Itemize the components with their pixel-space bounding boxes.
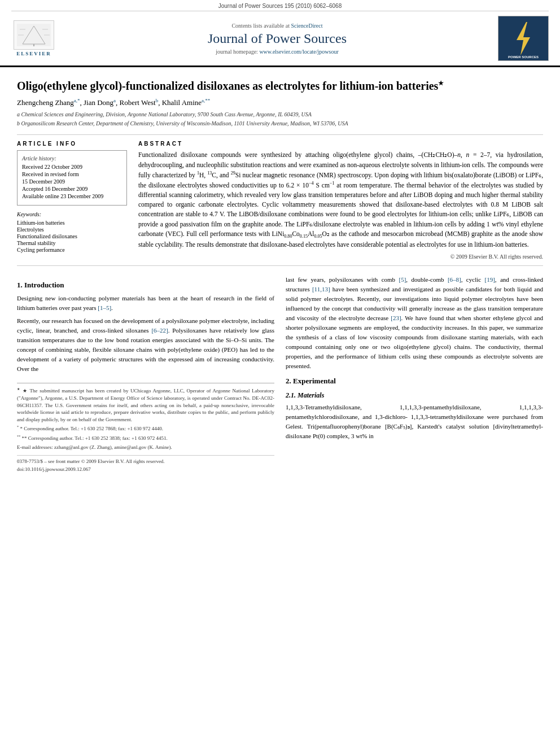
affiliation2: b Organosilicom Research Center, Departm… <box>17 120 543 128</box>
power-sources-logo: POWER SOURCES <box>498 16 549 61</box>
ref-19: [19] <box>485 276 495 283</box>
intro-title: Introduction <box>24 281 64 289</box>
ref-23: [23] <box>391 314 401 321</box>
author4-sup: a,** <box>202 98 210 103</box>
ref-6-8: [6–8] <box>448 276 461 283</box>
intro-para2: Recently, our research has focused on th… <box>17 316 274 374</box>
ref-6-22: [6–22] <box>151 327 168 334</box>
revised-date: 15 December 2009 <box>22 178 122 185</box>
journal-title-section: Contents lists available at ScienceDirec… <box>56 23 498 55</box>
body-section: 1. Introduction Designing new ion-conduc… <box>17 275 543 474</box>
contents-line: Contents lists available at ScienceDirec… <box>56 23 498 29</box>
authors-line: Zhengcheng Zhanga,*, Jian Donga, Robert … <box>17 98 543 107</box>
keyword-1: Lithium-ion batteries <box>17 220 127 226</box>
journal-main-title: Journal of Power Sources <box>56 31 498 46</box>
experimental-title: Experimental <box>293 377 336 385</box>
footnote-single-star: * * Corresponding author. Tel.: +1 630 2… <box>17 425 274 433</box>
intro-section-title: 1. Introduction <box>17 279 274 291</box>
elsevier-logo-image <box>14 20 54 50</box>
footnotes: ★ ★ The submitted manuscript has been cr… <box>17 383 274 451</box>
journal-citation-bar: Journal of Power Sources 195 (2010) 6062… <box>0 0 560 11</box>
article-title-text: Oligo(ethylene glycol)-functionalized di… <box>17 80 438 92</box>
keyword-2: Electrolytes <box>17 226 127 233</box>
purchased-text: purchased <box>502 413 528 420</box>
journal-header: ELSEVIER Contents lists available at Sci… <box>0 11 560 65</box>
received-date: Received 22 October 2009 <box>22 164 122 170</box>
keyword-4: Thermal stability <box>17 240 127 246</box>
keywords-box: Keywords: Lithium-ion batteries Electrol… <box>17 211 127 253</box>
svg-text:POWER SOURCES: POWER SOURCES <box>508 55 539 59</box>
materials-number: 2.1. <box>286 391 296 399</box>
article-info-column: ARTICLE INFO Article history: Received 2… <box>17 141 127 259</box>
elsevier-logo: ELSEVIER <box>11 20 56 56</box>
issn-line: 0378-7753/$ – see front matter © 2009 El… <box>17 458 274 466</box>
divider-2 <box>17 265 543 266</box>
author4-name: , Khalil Amine <box>158 98 202 107</box>
experimental-number: 2. <box>286 377 291 385</box>
article-content: Oligo(ethylene glycol)-functionalized di… <box>0 67 560 484</box>
abstract-header: ABSTRACT <box>138 141 543 147</box>
author1-sup: a,* <box>74 98 80 103</box>
journal-homepage: journal homepage: www.elsevier.com/locat… <box>56 49 498 55</box>
keyword-5: Cycling performance <box>17 247 127 253</box>
elsevier-label: ELSEVIER <box>16 51 51 56</box>
homepage-link[interactable]: www.elsevier.com/locate/jpowsour <box>259 49 338 55</box>
ref-11-13: [11,13] <box>312 286 330 292</box>
article-title: Oligo(ethylene glycol)-functionalized di… <box>17 78 543 93</box>
ref-1-5: [1–5] <box>98 304 111 311</box>
keyword-3: Functionalized disiloxanes <box>17 233 127 239</box>
abstract-text: Functionalized disiloxane compounds were… <box>138 150 543 250</box>
affiliation1: a Chemical Sciences and Engineering, Div… <box>17 111 543 119</box>
sciencedirect-link[interactable]: ScienceDirect <box>291 23 322 29</box>
ref-5: [5] <box>399 276 406 283</box>
abstract-column: ABSTRACT Functionalized disiloxane compo… <box>138 141 543 259</box>
title-star: ★ <box>438 80 444 86</box>
intro-para-right: last few years, polysiloxanes with comb … <box>286 275 543 371</box>
footnote-double-star: ** ** Corresponding author. Tel.: +1 630… <box>17 434 274 442</box>
keywords-label: Keywords: <box>17 211 127 217</box>
author1-name: Zhengcheng Zhang <box>17 98 74 107</box>
article-info-header: ARTICLE INFO <box>17 141 127 147</box>
author3-name: , Robert West <box>116 98 156 107</box>
experimental-section-title: 2. Experimental <box>286 375 543 387</box>
available-date: Available online 23 December 2009 <box>22 193 122 199</box>
intro-para1: Designing new ion-conducting polymer mat… <box>17 294 274 313</box>
author2-name: , Jian Dong <box>80 98 113 107</box>
footnote-double-star-text: ** Corresponding author. Tel.: +1 630 25… <box>22 435 168 441</box>
info-abstract-section: ARTICLE INFO Article history: Received 2… <box>17 141 543 259</box>
doi-line: 0378-7753/$ – see front matter © 2009 El… <box>17 455 274 473</box>
materials-subsection-title: 2.1. Materials <box>286 390 543 400</box>
materials-text: 1,1,3,3-Tetramethyldisiloxane, 1,1,1,3,3… <box>286 403 543 441</box>
footnote-star-text: ★ The submitted manuscript has been crea… <box>17 388 274 422</box>
footnote-star: ★ ★ The submitted manuscript has been cr… <box>17 387 274 423</box>
history-label: Article history: <box>22 155 122 161</box>
article-history-box: Article history: Received 22 October 200… <box>17 150 127 206</box>
homepage-text: journal homepage: <box>216 49 258 55</box>
contents-text: Contents lists available at <box>231 23 289 29</box>
body-col-right: last few years, polysiloxanes with comb … <box>286 275 543 474</box>
doi-value: doi:10.1016/j.jpowsour.2009.12.067 <box>17 466 274 474</box>
affiliations: a Chemical Sciences and Engineering, Div… <box>17 111 543 128</box>
divider-1 <box>17 134 543 135</box>
revised-label: Received in revised form <box>22 171 122 177</box>
accepted-date: Accepted 16 December 2009 <box>22 186 122 192</box>
body-col-left: 1. Introduction Designing new ion-conduc… <box>17 275 274 474</box>
footnote-single-star-text: * Corresponding author. Tel.: +1 630 252… <box>20 426 163 431</box>
footnote-email: E-mail addresses: zzhang@anl.gov (Z. Zha… <box>17 444 274 451</box>
journal-citation: Journal of Power Sources 195 (2010) 6062… <box>218 3 342 9</box>
page-wrapper: Journal of Power Sources 195 (2010) 6062… <box>0 0 560 484</box>
materials-title: Materials <box>298 391 324 399</box>
copyright-line: © 2009 Elsevier B.V. All rights reserved… <box>138 254 543 260</box>
intro-number: 1. <box>17 281 23 289</box>
